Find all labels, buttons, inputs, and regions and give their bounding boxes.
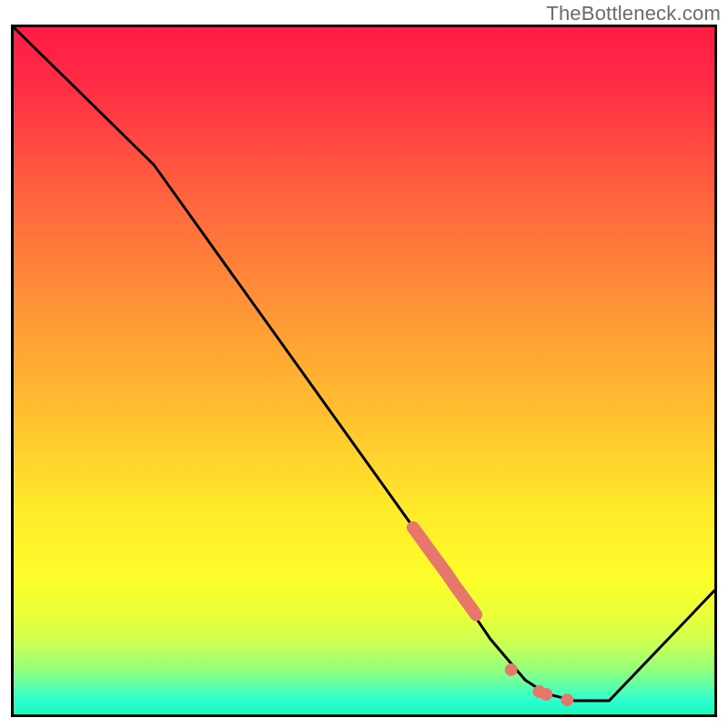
svg-point-3 <box>561 693 573 706</box>
plot-frame <box>11 25 717 717</box>
watermark-text: TheBottleneck.com <box>546 2 721 25</box>
chart-canvas: TheBottleneck.com <box>0 0 728 728</box>
svg-point-2 <box>540 688 552 701</box>
svg-point-0 <box>505 663 518 676</box>
plot-svg <box>14 27 714 714</box>
curve-line <box>14 27 714 701</box>
highlight-thick-segment <box>413 528 476 615</box>
highlight-dots <box>505 663 574 706</box>
